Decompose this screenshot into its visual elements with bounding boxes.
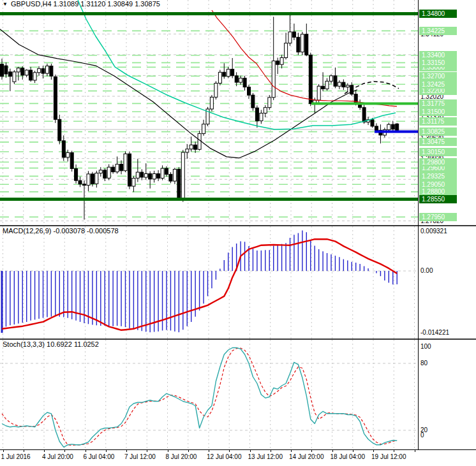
time-axis-label: 13 Jul 12:00 <box>248 453 283 460</box>
candle-bear <box>231 69 234 76</box>
candle-bear <box>157 174 160 178</box>
chart-header: ▼GBPUSD,H4 1.31089 1.31120 1.30849 1.308… <box>3 0 160 8</box>
candle-bull <box>124 154 127 170</box>
candle-bear <box>4 66 8 74</box>
symbol-dropdown-icon[interactable]: ▼ <box>3 1 8 7</box>
price-level-badge-major: 1.34800 <box>419 10 457 18</box>
candle-bear <box>248 87 251 96</box>
candle-bear <box>21 68 24 75</box>
candle-bull <box>181 152 184 199</box>
price-axis-line <box>418 0 419 449</box>
candle-bear <box>103 170 107 178</box>
candle-bear <box>371 120 374 126</box>
candle-bull <box>115 164 119 172</box>
candle-bear <box>165 168 168 174</box>
panel-separator[interactable] <box>0 339 476 340</box>
candle-bull <box>144 174 147 178</box>
candle-bull <box>152 174 156 179</box>
price-level-badge: 1.30825 <box>419 127 457 136</box>
candle-bear <box>149 174 152 179</box>
time-axis-label: 14 Jul 20:00 <box>289 453 324 460</box>
candle-bull <box>99 170 102 173</box>
time-axis-label: 7 Jul 12:00 <box>124 453 156 460</box>
time-axis-tick <box>332 450 333 452</box>
time-axis-tick <box>415 450 415 452</box>
candle-bear <box>50 66 53 76</box>
candle-bear <box>391 124 394 129</box>
candle-bull <box>46 66 49 74</box>
time-axis-label: 8 Jul 20:00 <box>166 453 197 460</box>
candle-bull <box>227 69 230 76</box>
candle-bear <box>41 69 45 73</box>
stoch-axis-label: 0 <box>420 431 424 439</box>
candle-bull <box>387 124 390 129</box>
stoch-label: Stoch(13,3,3) 10.6922 11.0252 <box>3 340 99 348</box>
candle-bull <box>17 68 20 72</box>
time-axis-tick <box>168 450 168 452</box>
candle-bull <box>330 76 333 81</box>
candle-bear <box>334 76 337 86</box>
time-axis-tick <box>394 450 394 452</box>
candle-bear <box>396 124 399 130</box>
price-level-badge: 1.34225 <box>419 27 457 35</box>
candle-bull <box>280 58 283 65</box>
candle-bull <box>239 78 242 83</box>
time-axis-tick <box>271 450 271 452</box>
stoch-percent-k-line <box>2 348 397 448</box>
candle-bear <box>251 95 255 108</box>
candle-bear <box>112 167 115 171</box>
price-level-badge: 1.31775 <box>419 99 457 108</box>
time-axis-tick <box>229 450 230 452</box>
candle-bear <box>322 86 325 89</box>
price-level-badge: 1.31500 <box>419 108 457 116</box>
candle-bear <box>78 180 82 184</box>
moving-average-aqua <box>78 0 396 129</box>
macd-indicator-panel[interactable] <box>0 226 476 339</box>
candle-bear <box>342 82 345 87</box>
time-axis-label: 18 Jul 04:00 <box>331 453 366 460</box>
time-axis-tick <box>373 450 374 452</box>
candle-bull <box>198 134 201 150</box>
price-level-badge: 1.29325 <box>419 172 457 180</box>
candle-bull <box>190 145 193 149</box>
time-axis-tick <box>291 450 292 452</box>
macd-axis-label: -0.014221 <box>420 328 449 337</box>
macd-axis-label: 0.00 <box>420 266 433 275</box>
candle-bear <box>375 126 378 131</box>
panel-separator[interactable] <box>0 225 476 226</box>
trading-chart-window: ▼GBPUSD,H4 1.31089 1.31120 1.30849 1.308… <box>0 0 476 466</box>
candle-bear <box>140 172 144 177</box>
stoch-axis-label: 100 <box>420 342 431 351</box>
candle-bull <box>161 168 164 178</box>
candle-bear <box>54 76 57 119</box>
candle-bull <box>186 149 189 152</box>
stoch-percent-d-line <box>2 348 397 446</box>
time-axis-label: 6 Jul 04:00 <box>84 453 115 460</box>
candle-bear <box>58 119 61 141</box>
time-axis-tick <box>3 450 4 452</box>
candle-bull <box>214 84 218 98</box>
main-price-chart[interactable] <box>0 0 476 226</box>
candle-bull <box>25 70 28 75</box>
candle-bear <box>70 152 73 168</box>
time-axis-tick <box>353 450 353 452</box>
candle-bull <box>268 98 271 108</box>
stoch-axis-label: 80 <box>420 359 428 367</box>
candle-bear <box>120 164 123 171</box>
stochastic-indicator-panel[interactable] <box>0 340 476 449</box>
time-axis-tick <box>106 450 107 452</box>
price-level-badge: 1.31175 <box>419 117 457 126</box>
candle-bull <box>264 108 267 113</box>
candle-bull <box>87 174 90 186</box>
price-level-badge: 1.30475 <box>419 138 457 146</box>
candle-bear <box>91 174 94 184</box>
time-axis-tick <box>64 450 65 452</box>
time-axis-label: 19 Jul 12:00 <box>371 453 406 460</box>
candle-bull <box>132 178 135 187</box>
moving-average-red <box>212 10 397 106</box>
price-level-badge: 1.27950 <box>419 213 457 221</box>
candle-bull <box>95 173 98 184</box>
candle-bear <box>255 108 258 121</box>
candle-bear <box>169 174 172 181</box>
time-axis-label: 12 Jul 04:00 <box>207 453 242 460</box>
